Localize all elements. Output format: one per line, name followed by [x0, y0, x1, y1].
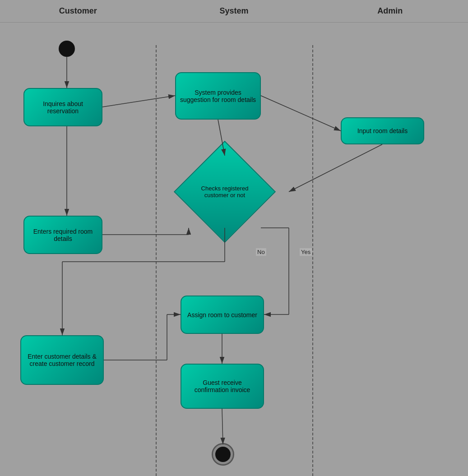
svg-line-5 [289, 144, 382, 192]
inquires-node: Inquires about reservation [23, 88, 102, 126]
assign-room-node: Assign room to customer [181, 296, 264, 334]
admin-header: Admin [312, 0, 468, 22]
no-label: No [256, 248, 266, 256]
divider-1 [156, 45, 157, 476]
svg-line-2 [102, 96, 175, 107]
svg-line-19 [222, 409, 223, 444]
end-node [213, 444, 233, 464]
svg-line-3 [261, 96, 341, 131]
enter-customer-node: Enter customer details & create customer… [20, 335, 104, 385]
start-node [59, 41, 75, 57]
enters-room-node: Enters required room details [23, 216, 102, 254]
input-room-node: Input room details [341, 117, 424, 144]
divider-2 [312, 45, 313, 476]
confirmation-node: Guest receive confirmation invoice [181, 364, 264, 409]
customer-header: Customer [0, 0, 156, 22]
header-row: Customer System Admin [0, 0, 468, 23]
system-suggestion-node: System provides suggestion for room deta… [175, 72, 261, 120]
checks-registered-node: Checks registered customer or not [174, 141, 276, 243]
system-header: System [156, 0, 312, 22]
diagram-container: Customer System Admin Inquires about res… [0, 0, 468, 476]
yes-label: Yes [300, 248, 312, 256]
